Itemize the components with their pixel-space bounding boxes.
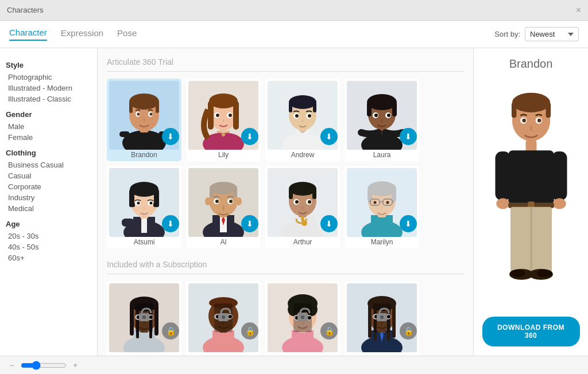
gender-section-title: Gender [6,110,91,119]
char-card-sub2[interactable]: 🔒 [186,281,261,356]
sidebar-item-corporate[interactable]: Corporate [6,181,91,192]
sidebar-item-medical[interactable]: Medical [6,203,91,214]
char-card-brandon[interactable]: ⬇ Brandon [107,79,181,161]
char-card-sub3[interactable]: 🔒 [265,281,340,356]
svg-rect-177 [495,151,510,200]
svg-point-9 [137,113,140,116]
tab-expression[interactable]: Expression [61,28,103,40]
zoom-plus-button[interactable]: + [70,360,80,371]
sort-select[interactable]: Newest Oldest Name A-Z Name Z-A [525,27,579,41]
char-avatar-sub1 [109,283,179,352]
main-content: Articulate 360 Trial [98,48,473,356]
svg-point-85 [289,182,316,196]
svg-rect-63 [122,219,134,227]
svg-point-75 [215,200,219,203]
char-avatar-sub2 [188,283,258,352]
svg-point-174 [537,118,541,122]
preview-character-svg [485,91,577,297]
svg-rect-87 [312,189,316,199]
download-lock-sub4[interactable]: 🔒 [400,322,417,340]
char-card-laura[interactable]: ⬇ Laura [345,79,419,161]
tab-character[interactable]: Character [9,28,47,41]
download-btn-atsumi[interactable]: ⬇ [162,215,179,232]
char-card-andrew[interactable]: ⬇ Andrew [265,79,340,161]
section-subscription-label: Included with a Subscription [107,260,464,274]
svg-rect-94 [371,215,393,232]
svg-rect-71 [210,188,214,197]
download-btn-al[interactable]: ⬇ [241,215,258,232]
download-btn-marilyn[interactable]: ⬇ [400,215,417,232]
svg-point-168 [512,92,550,112]
svg-point-22 [216,114,219,117]
char-avatar-sub4 [347,283,417,352]
svg-point-30 [289,95,316,109]
char-name-andrew: Andrew [268,151,338,159]
sort-label: Sort by: [494,30,520,38]
svg-rect-5 [129,102,133,113]
svg-rect-184 [530,207,532,272]
char-name-atsumi: Atsumi [109,238,179,246]
char-name-al: Al [188,238,258,246]
char-name-brandon: Brandon [109,151,179,159]
svg-point-47 [387,114,390,117]
sidebar-item-20s30s[interactable]: 20s - 30s [6,231,91,241]
sidebar-item-casual[interactable]: Casual [6,170,91,181]
sidebar-item-business-casual[interactable]: Business Casual [6,159,91,170]
char-card-atsumi[interactable]: ⬇ Atsumi [107,166,181,248]
svg-rect-123 [212,330,234,348]
svg-rect-86 [289,189,293,199]
sidebar-item-industry[interactable]: Industry [6,192,91,203]
svg-point-46 [374,114,378,117]
svg-rect-58 [153,202,159,207]
download-lock-sub3[interactable]: 🔒 [320,322,338,340]
char-img-sub1 [109,283,179,352]
svg-point-91 [308,200,311,204]
zoom-minus-button[interactable]: − [7,360,17,371]
svg-rect-42 [367,102,372,116]
sort-area: Sort by: Newest Oldest Name A-Z Name Z-A [494,27,579,41]
svg-rect-169 [511,102,516,118]
svg-rect-19 [233,101,239,130]
sidebar-item-60s[interactable]: 60s+ [6,252,91,263]
char-card-sub1[interactable]: 🔒 [107,281,181,356]
tab-pose[interactable]: Pose [117,28,137,40]
svg-point-180 [552,198,566,209]
download-btn-laura[interactable]: ⬇ [400,128,417,145]
download-360-button[interactable]: DOWNLOAD FROM 360 [482,317,580,346]
svg-point-35 [295,114,299,118]
svg-rect-31 [289,102,292,112]
svg-point-188 [537,269,552,276]
char-card-lily[interactable]: ⬇ Lily [186,79,261,161]
char-card-marilyn[interactable]: ⬇ Marilyn [345,166,419,248]
char-name-laura: Laura [347,151,417,159]
char-img-sub2 [188,283,258,352]
sidebar-item-male[interactable]: Male [6,121,91,132]
style-section-title: Style [6,61,91,69]
svg-rect-113 [154,304,158,336]
char-card-al[interactable]: ⬇ Al [186,166,261,248]
tab-bar: Character Expression Pose Sort by: Newes… [0,21,588,48]
sidebar-item-photographic[interactable]: Photographic [6,72,91,83]
svg-rect-51 [141,217,147,233]
sidebar-item-illustrated-modern[interactable]: Illustrated - Modern [6,83,91,94]
download-btn-lily[interactable]: ⬇ [241,128,258,145]
char-name-lily: Lily [188,151,258,159]
download-btn-brandon[interactable]: ⬇ [162,128,179,145]
char-card-sub4[interactable]: 🔒 [345,281,419,356]
svg-rect-176 [508,150,554,205]
sidebar-item-illustrated-classic[interactable]: Illustrated - Classic [6,94,91,104]
download-lock-sub1[interactable]: 🔒 [162,322,179,340]
sidebar-item-female[interactable]: Female [6,132,91,143]
close-icon[interactable]: × [576,5,581,15]
preview-name: Brandon [509,57,553,71]
sidebar-item-40s50s[interactable]: 40s - 50s [6,241,91,252]
char-img-sub4 [347,283,417,352]
content-area: Style Photographic Illustrated - Modern … [0,48,588,356]
download-btn-andrew[interactable]: ⬇ [320,128,338,145]
svg-rect-11 [119,131,130,137]
download-lock-sub2[interactable]: 🔒 [241,322,258,340]
zoom-slider[interactable] [21,361,67,370]
char-avatar-sub3 [268,283,338,352]
download-btn-arthur[interactable]: ⬇ [320,215,338,232]
char-card-arthur[interactable]: ⬇ Arthur [265,166,340,248]
